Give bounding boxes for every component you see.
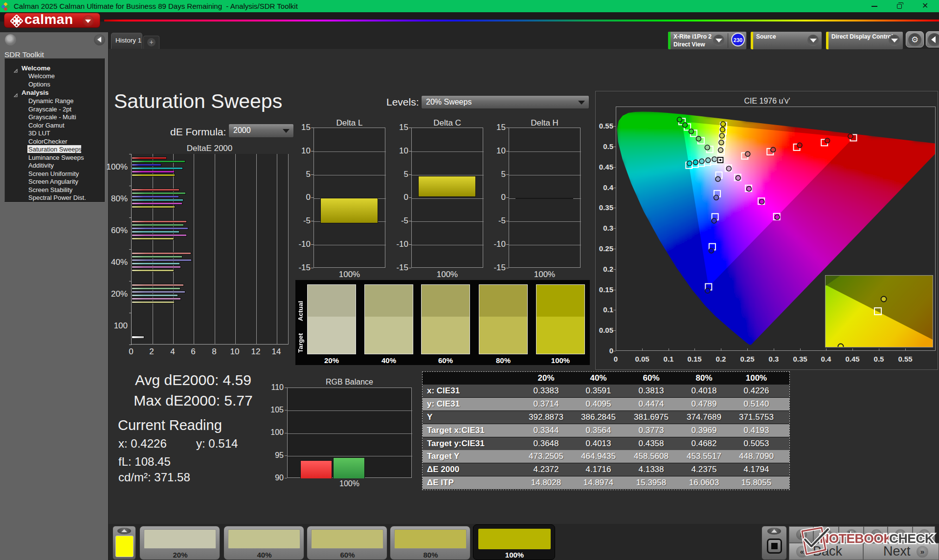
- svg-text:CHECK: CHECK: [889, 531, 934, 546]
- svg-text:NOTEBOOK: NOTEBOOK: [820, 531, 893, 546]
